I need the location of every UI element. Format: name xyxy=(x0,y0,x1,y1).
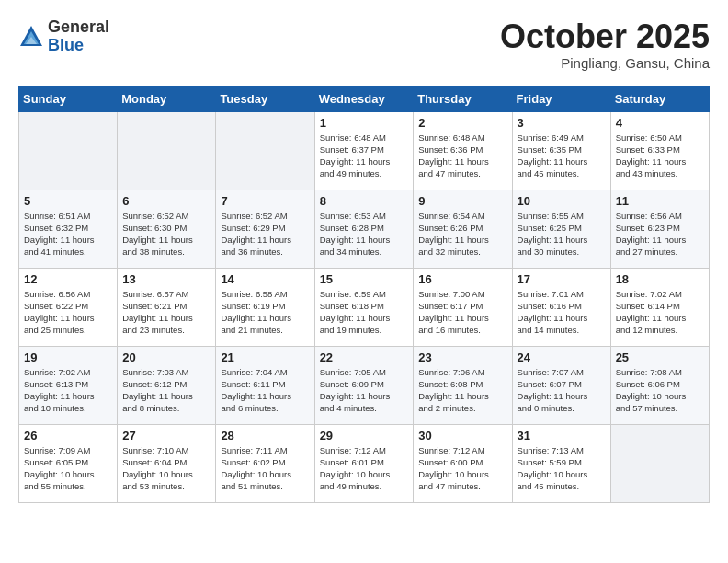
calendar-day-27: 27Sunrise: 7:10 AM Sunset: 6:04 PM Dayli… xyxy=(118,424,216,502)
day-info: Sunrise: 6:52 AM Sunset: 6:30 PM Dayligh… xyxy=(122,210,210,259)
weekday-header-sunday: Sunday xyxy=(19,86,118,111)
calendar-day-empty xyxy=(216,111,314,190)
day-info: Sunrise: 6:48 AM Sunset: 6:37 PM Dayligh… xyxy=(320,132,409,180)
calendar-table: SundayMondayTuesdayWednesdayThursdayFrid… xyxy=(18,86,710,503)
day-number: 18 xyxy=(616,272,704,286)
day-number: 2 xyxy=(418,116,506,130)
calendar-day-16: 16Sunrise: 7:00 AM Sunset: 6:17 PM Dayli… xyxy=(414,268,512,346)
logo-text: General Blue xyxy=(48,18,109,55)
calendar-week-2: 5Sunrise: 6:51 AM Sunset: 6:32 PM Daylig… xyxy=(19,190,710,268)
calendar-day-11: 11Sunrise: 6:56 AM Sunset: 6:23 PM Dayli… xyxy=(610,190,709,268)
day-info: Sunrise: 6:54 AM Sunset: 6:26 PM Dayligh… xyxy=(418,210,506,259)
location-subtitle: Pingliang, Gansu, China xyxy=(500,55,710,71)
weekday-header-thursday: Thursday xyxy=(414,86,512,111)
day-info: Sunrise: 7:07 AM Sunset: 6:07 PM Dayligh… xyxy=(518,366,606,415)
calendar-day-10: 10Sunrise: 6:55 AM Sunset: 6:25 PM Dayli… xyxy=(512,190,610,268)
calendar-day-31: 31Sunrise: 7:13 AM Sunset: 5:59 PM Dayli… xyxy=(512,424,610,502)
weekday-header-saturday: Saturday xyxy=(610,86,709,111)
calendar-week-1: 1Sunrise: 6:48 AM Sunset: 6:37 PM Daylig… xyxy=(19,111,710,190)
day-info: Sunrise: 7:08 AM Sunset: 6:06 PM Dayligh… xyxy=(616,366,704,415)
calendar-day-23: 23Sunrise: 7:06 AM Sunset: 6:08 PM Dayli… xyxy=(414,346,512,424)
calendar-day-20: 20Sunrise: 7:03 AM Sunset: 6:12 PM Dayli… xyxy=(118,346,216,424)
weekday-header-friday: Friday xyxy=(512,86,610,111)
day-number: 23 xyxy=(418,350,506,364)
calendar-day-25: 25Sunrise: 7:08 AM Sunset: 6:06 PM Dayli… xyxy=(610,346,709,424)
calendar-day-12: 12Sunrise: 6:56 AM Sunset: 6:22 PM Dayli… xyxy=(19,268,118,346)
calendar-day-8: 8Sunrise: 6:53 AM Sunset: 6:28 PM Daylig… xyxy=(314,190,414,268)
calendar-day-5: 5Sunrise: 6:51 AM Sunset: 6:32 PM Daylig… xyxy=(19,190,118,268)
month-title: October 2025 xyxy=(500,18,710,55)
calendar-body: 1Sunrise: 6:48 AM Sunset: 6:37 PM Daylig… xyxy=(19,111,710,502)
day-number: 6 xyxy=(122,194,210,208)
day-number: 17 xyxy=(518,272,606,286)
day-info: Sunrise: 6:50 AM Sunset: 6:33 PM Dayligh… xyxy=(616,132,704,180)
calendar-week-4: 19Sunrise: 7:02 AM Sunset: 6:13 PM Dayli… xyxy=(19,346,710,424)
day-info: Sunrise: 6:55 AM Sunset: 6:25 PM Dayligh… xyxy=(518,210,606,259)
day-number: 1 xyxy=(320,116,409,130)
day-info: Sunrise: 6:49 AM Sunset: 6:35 PM Dayligh… xyxy=(518,132,606,180)
weekday-header-monday: Monday xyxy=(118,86,216,111)
day-info: Sunrise: 7:01 AM Sunset: 6:16 PM Dayligh… xyxy=(518,288,606,337)
day-number: 27 xyxy=(122,429,210,442)
day-info: Sunrise: 6:51 AM Sunset: 6:32 PM Dayligh… xyxy=(24,210,112,259)
calendar-day-4: 4Sunrise: 6:50 AM Sunset: 6:33 PM Daylig… xyxy=(610,111,709,190)
day-info: Sunrise: 6:56 AM Sunset: 6:23 PM Dayligh… xyxy=(616,210,704,259)
day-number: 31 xyxy=(518,429,606,442)
calendar-week-3: 12Sunrise: 6:56 AM Sunset: 6:22 PM Dayli… xyxy=(19,268,710,346)
day-number: 15 xyxy=(320,272,409,286)
day-info: Sunrise: 7:10 AM Sunset: 6:04 PM Dayligh… xyxy=(122,444,210,493)
day-info: Sunrise: 6:52 AM Sunset: 6:29 PM Dayligh… xyxy=(221,210,309,259)
calendar-day-28: 28Sunrise: 7:11 AM Sunset: 6:02 PM Dayli… xyxy=(216,424,314,502)
title-block: October 2025 Pingliang, Gansu, China xyxy=(500,18,710,71)
day-info: Sunrise: 6:56 AM Sunset: 6:22 PM Dayligh… xyxy=(24,288,112,337)
calendar-day-13: 13Sunrise: 6:57 AM Sunset: 6:21 PM Dayli… xyxy=(118,268,216,346)
calendar-day-6: 6Sunrise: 6:52 AM Sunset: 6:30 PM Daylig… xyxy=(118,190,216,268)
weekday-header-wednesday: Wednesday xyxy=(314,86,414,111)
day-number: 5 xyxy=(24,194,112,208)
calendar-day-empty xyxy=(118,111,216,190)
day-info: Sunrise: 7:06 AM Sunset: 6:08 PM Dayligh… xyxy=(418,366,506,415)
day-info: Sunrise: 6:59 AM Sunset: 6:18 PM Dayligh… xyxy=(320,288,409,337)
calendar-day-26: 26Sunrise: 7:09 AM Sunset: 6:05 PM Dayli… xyxy=(19,424,118,502)
calendar-day-14: 14Sunrise: 6:58 AM Sunset: 6:19 PM Dayli… xyxy=(216,268,314,346)
calendar-day-1: 1Sunrise: 6:48 AM Sunset: 6:37 PM Daylig… xyxy=(314,111,414,190)
day-number: 12 xyxy=(24,272,112,286)
calendar-day-9: 9Sunrise: 6:54 AM Sunset: 6:26 PM Daylig… xyxy=(414,190,512,268)
calendar-day-2: 2Sunrise: 6:48 AM Sunset: 6:36 PM Daylig… xyxy=(414,111,512,190)
calendar-day-7: 7Sunrise: 6:52 AM Sunset: 6:29 PM Daylig… xyxy=(216,190,314,268)
day-number: 13 xyxy=(122,272,210,286)
day-info: Sunrise: 7:03 AM Sunset: 6:12 PM Dayligh… xyxy=(122,366,210,415)
logo: General Blue xyxy=(18,18,109,55)
day-number: 8 xyxy=(320,194,409,208)
day-number: 4 xyxy=(616,116,704,130)
day-number: 10 xyxy=(518,194,606,208)
day-number: 9 xyxy=(418,194,506,208)
day-number: 24 xyxy=(518,350,606,364)
day-info: Sunrise: 7:05 AM Sunset: 6:09 PM Dayligh… xyxy=(320,366,409,415)
day-number: 30 xyxy=(418,429,506,442)
calendar-header-row: SundayMondayTuesdayWednesdayThursdayFrid… xyxy=(19,86,710,111)
calendar-day-24: 24Sunrise: 7:07 AM Sunset: 6:07 PM Dayli… xyxy=(512,346,610,424)
calendar-day-15: 15Sunrise: 6:59 AM Sunset: 6:18 PM Dayli… xyxy=(314,268,414,346)
calendar-day-29: 29Sunrise: 7:12 AM Sunset: 6:01 PM Dayli… xyxy=(314,424,414,502)
day-info: Sunrise: 6:57 AM Sunset: 6:21 PM Dayligh… xyxy=(122,288,210,337)
day-info: Sunrise: 7:04 AM Sunset: 6:11 PM Dayligh… xyxy=(221,366,309,415)
day-number: 28 xyxy=(221,429,309,442)
day-number: 22 xyxy=(320,350,409,364)
calendar-day-empty xyxy=(19,111,118,190)
calendar-day-17: 17Sunrise: 7:01 AM Sunset: 6:16 PM Dayli… xyxy=(512,268,610,346)
calendar-day-19: 19Sunrise: 7:02 AM Sunset: 6:13 PM Dayli… xyxy=(19,346,118,424)
day-info: Sunrise: 7:00 AM Sunset: 6:17 PM Dayligh… xyxy=(418,288,506,337)
day-number: 26 xyxy=(24,429,112,442)
day-number: 20 xyxy=(122,350,210,364)
day-info: Sunrise: 7:11 AM Sunset: 6:02 PM Dayligh… xyxy=(221,444,309,493)
day-info: Sunrise: 7:02 AM Sunset: 6:13 PM Dayligh… xyxy=(24,366,112,415)
day-number: 21 xyxy=(221,350,309,364)
calendar-day-empty xyxy=(610,424,709,502)
calendar-day-3: 3Sunrise: 6:49 AM Sunset: 6:35 PM Daylig… xyxy=(512,111,610,190)
day-info: Sunrise: 7:12 AM Sunset: 6:01 PM Dayligh… xyxy=(320,444,409,493)
day-info: Sunrise: 6:48 AM Sunset: 6:36 PM Dayligh… xyxy=(418,132,506,180)
day-info: Sunrise: 6:53 AM Sunset: 6:28 PM Dayligh… xyxy=(320,210,409,259)
day-info: Sunrise: 6:58 AM Sunset: 6:19 PM Dayligh… xyxy=(221,288,309,337)
day-info: Sunrise: 7:12 AM Sunset: 6:00 PM Dayligh… xyxy=(418,444,506,493)
